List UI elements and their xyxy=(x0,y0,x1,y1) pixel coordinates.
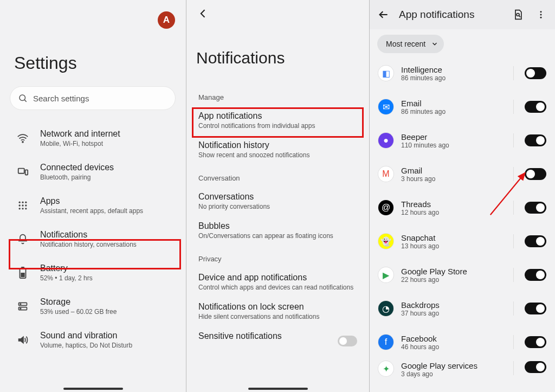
settings-panel: A Settings Search settings Network and i… xyxy=(0,0,186,392)
item-label: Storage xyxy=(40,297,117,307)
wifi-icon xyxy=(16,132,29,144)
svg-point-21 xyxy=(517,14,519,16)
profile-avatar[interactable]: A xyxy=(158,11,175,29)
svg-rect-4 xyxy=(25,170,28,175)
app-notifications-panel: App notifications Most recent ◧Intellige… xyxy=(370,0,555,392)
search-page-icon[interactable] xyxy=(511,7,526,22)
settings-item-notification-history[interactable]: Notification history Show recent and sno… xyxy=(186,135,369,164)
page-title: Settings xyxy=(14,53,77,73)
item-sub: On/Conversations can appear as floating … xyxy=(198,232,357,240)
app-label: Beeper xyxy=(401,132,502,142)
notification-toggle[interactable] xyxy=(525,336,546,348)
app-row[interactable]: 👻Snapchat13 hours ago xyxy=(370,224,555,258)
settings-item-bubbles[interactable]: Bubbles On/Conversations can appear as f… xyxy=(186,216,369,245)
sort-chip[interactable]: Most recent xyxy=(377,35,444,53)
app-sub: 22 hours ago xyxy=(401,276,502,284)
item-sub: Show recent and snoozed notifications xyxy=(198,151,357,159)
item-sub: Hide silent conversations and notificati… xyxy=(198,313,357,320)
notification-toggle[interactable] xyxy=(525,67,546,79)
app-row[interactable]: ◧Intelligence86 minutes ago xyxy=(370,56,555,90)
svg-point-19 xyxy=(20,304,21,305)
home-indicator[interactable] xyxy=(63,388,123,390)
item-label: Device and app notifications xyxy=(198,273,357,282)
divider xyxy=(513,234,514,248)
search-input[interactable]: Search settings xyxy=(10,86,176,110)
app-label: Facebook xyxy=(401,334,502,343)
item-sub: Mobile, Wi-Fi, hotspot xyxy=(40,140,120,147)
svg-line-1 xyxy=(24,100,26,101)
app-sub: 13 hours ago xyxy=(401,242,502,250)
item-sub: Bluetooth, pairing xyxy=(40,173,114,181)
settings-item-conversations[interactable]: Conversations No priority conversations xyxy=(186,182,369,216)
notification-toggle[interactable] xyxy=(525,101,546,113)
app-label: Email xyxy=(401,99,502,108)
svg-point-24 xyxy=(540,14,542,16)
settings-item-network[interactable]: Network and internet Mobile, Wi-Fi, hots… xyxy=(0,121,186,155)
svg-point-11 xyxy=(19,208,21,209)
divider xyxy=(513,201,514,215)
app-row[interactable]: ◔Backdrops37 hours ago xyxy=(370,292,555,325)
page-title: Notifications xyxy=(196,49,285,67)
app-label: Google Play Store xyxy=(401,267,502,276)
search-placeholder: Search settings xyxy=(33,94,89,103)
svg-line-22 xyxy=(519,16,521,17)
storage-icon xyxy=(16,301,29,312)
settings-item-device-notifications[interactable]: Device and app notifications Control whi… xyxy=(186,263,369,297)
highlight-box-notifications xyxy=(9,239,181,269)
app-row[interactable]: MGmail3 hours ago xyxy=(370,157,555,191)
item-sub: Control which apps and devices can read … xyxy=(198,284,357,291)
item-label: Sound and vibration xyxy=(40,331,132,340)
app-icon: 👻 xyxy=(378,234,393,249)
section-label-conversation: Conversation xyxy=(186,174,369,182)
app-sub: 37 hours ago xyxy=(401,310,502,317)
app-sub: 12 hours ago xyxy=(401,209,502,216)
svg-point-0 xyxy=(20,95,25,101)
notification-toggle[interactable] xyxy=(525,269,546,281)
notification-toggle[interactable] xyxy=(525,303,546,314)
app-label: Snapchat xyxy=(401,233,502,242)
app-sub: 3 days ago xyxy=(401,370,502,378)
divider xyxy=(513,268,514,282)
app-row[interactable]: ●Beeper110 minutes ago xyxy=(370,124,555,157)
app-sub: 86 minutes ago xyxy=(401,108,502,115)
svg-point-20 xyxy=(20,308,21,309)
settings-item-connected[interactable]: Connected devices Bluetooth, pairing xyxy=(0,155,186,189)
item-label: Notification history xyxy=(198,140,357,150)
app-list: ◧Intelligence86 minutes ago✉Email86 minu… xyxy=(370,56,555,392)
app-row[interactable]: ▶Google Play Store22 hours ago xyxy=(370,258,555,292)
item-sub: Volume, haptics, Do Not Disturb xyxy=(40,342,132,349)
back-button[interactable] xyxy=(376,7,391,22)
overflow-menu-icon[interactable] xyxy=(533,7,548,22)
app-icon: ◧ xyxy=(378,66,393,81)
notification-toggle[interactable] xyxy=(525,134,546,146)
app-icon: @ xyxy=(378,200,393,215)
sensitive-toggle[interactable] xyxy=(338,336,357,349)
settings-item-lock-screen[interactable]: Notifications on lock screen Hide silent… xyxy=(186,297,369,326)
item-sub: 52% • 1 day, 2 hrs xyxy=(40,274,93,282)
svg-point-2 xyxy=(22,142,23,143)
divider xyxy=(513,100,514,114)
settings-item-apps[interactable]: Apps Assistant, recent apps, default app… xyxy=(0,189,186,222)
notification-toggle[interactable] xyxy=(525,202,546,214)
chip-label: Most recent xyxy=(386,40,425,48)
settings-item-storage[interactable]: Storage 53% used – 60.02 GB free xyxy=(0,290,186,323)
svg-point-7 xyxy=(25,202,27,203)
settings-item-sensitive[interactable]: Sensitive notifications xyxy=(186,326,369,349)
home-indicator[interactable] xyxy=(248,388,308,390)
app-row[interactable]: @Threads12 hours ago xyxy=(370,191,555,224)
item-sub: Assistant, recent apps, default apps xyxy=(40,207,143,215)
notification-toggle[interactable] xyxy=(525,361,546,373)
back-button[interactable] xyxy=(195,5,211,22)
notification-toggle[interactable] xyxy=(525,168,546,180)
app-row[interactable]: fFacebook46 hours ago xyxy=(370,325,555,359)
svg-point-9 xyxy=(22,204,23,206)
app-icon: ◔ xyxy=(378,301,393,316)
item-label: Sensitive notifications xyxy=(198,331,357,341)
apps-icon xyxy=(16,200,29,211)
app-sub: 3 hours ago xyxy=(401,175,502,183)
notification-toggle[interactable] xyxy=(525,235,546,247)
item-label: Notifications on lock screen xyxy=(198,302,357,312)
settings-item-sound[interactable]: Sound and vibration Volume, haptics, Do … xyxy=(0,323,186,357)
app-row[interactable]: ✉Email86 minutes ago xyxy=(370,90,555,124)
app-row[interactable]: ✦Google Play services3 days ago xyxy=(370,359,555,376)
